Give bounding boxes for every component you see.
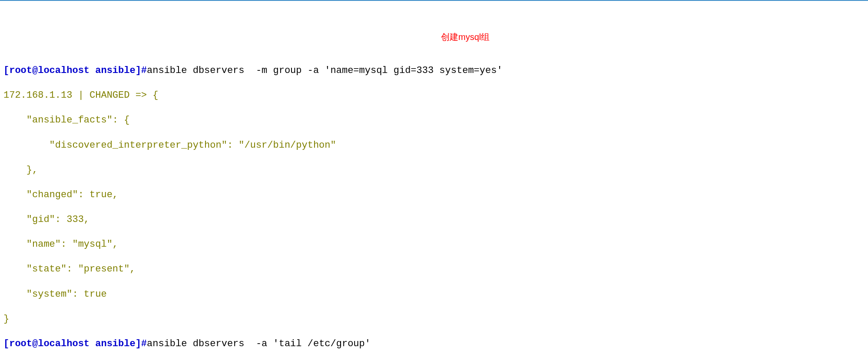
shell-prompt-1: [root@localhost ansible]#	[3, 65, 147, 76]
shell-prompt-2: [root@localhost ansible]#	[3, 338, 147, 349]
ansible-output-line: "system": true	[3, 288, 865, 301]
ansible-output-line: "name": "mysql",	[3, 238, 865, 251]
ansible-output-line: "ansible_facts": {	[3, 114, 865, 127]
ansible-output-line: },	[3, 164, 865, 177]
command-1: ansible dbservers -m group -a 'name=mysq…	[147, 65, 503, 76]
annotation-label: 创建mysql组	[441, 31, 490, 43]
ansible-output-line: "discovered_interpreter_python": "/usr/b…	[3, 139, 865, 152]
ansible-output-line: }	[3, 313, 865, 326]
ansible-output-header-1: 172.168.1.13 | CHANGED => {	[3, 89, 865, 102]
command-2: ansible dbservers -a 'tail /etc/group'	[147, 338, 371, 349]
ansible-output-line: "gid": 333,	[3, 214, 865, 226]
ansible-output-line: "changed": true,	[3, 189, 865, 202]
terminal-output: [root@localhost ansible]#ansible dbserve…	[3, 52, 865, 364]
ansible-output-line: "state": "present",	[3, 263, 865, 276]
